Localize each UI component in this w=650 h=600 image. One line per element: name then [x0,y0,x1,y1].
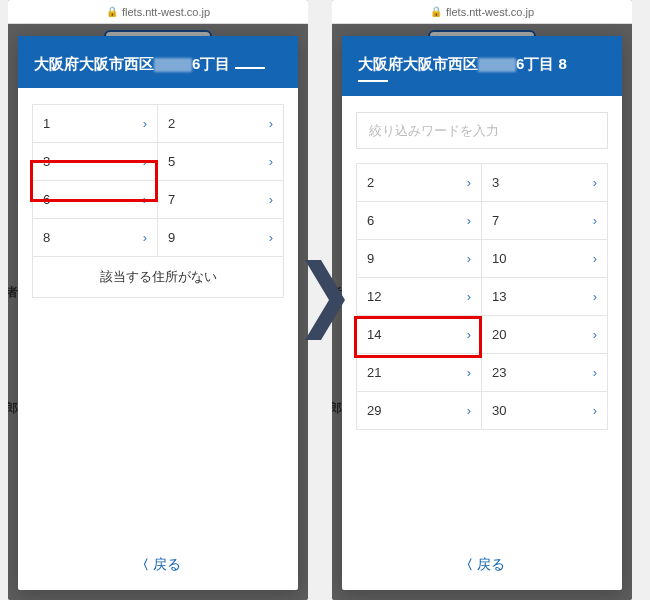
address-panel: 大阪府大阪市西区6丁目 8 2›3›6›7›9›10›12›13›14›20›2… [342,36,622,590]
address-item[interactable]: 29› [357,392,482,430]
panel-header: 大阪府大阪市西区6丁目 8 [342,36,622,96]
panel-body: 2›3›6›7›9›10›12›13›14›20›21›23›29›30› [342,96,622,541]
item-label: 2 [168,116,175,131]
address-item[interactable]: 9› [158,219,283,257]
address-item[interactable]: 5› [158,143,283,181]
address-item[interactable]: 3› [482,164,607,202]
item-label: 5 [168,154,175,169]
chevron-right-icon: › [269,154,273,169]
item-label: 21 [367,365,381,380]
chevron-right-icon: › [467,403,471,418]
address-item[interactable]: 23› [482,354,607,392]
item-label: 30 [492,403,506,418]
phone-left: 🔒 flets.ntt-west.co.jp 者 郎 「フレッツギガクロス」に変… [8,0,308,600]
address-grid: 1›2›3›5›6›7›8›9›該当する住所がない [32,104,284,298]
item-label: 9 [168,230,175,245]
address-item[interactable]: 3› [33,143,158,181]
address-item[interactable]: 30› [482,392,607,430]
chevron-right-icon: › [593,213,597,228]
address-item[interactable]: 6› [357,202,482,240]
address-item[interactable]: 13› [482,278,607,316]
chevron-right-icon: › [467,175,471,190]
chevron-right-icon: › [143,192,147,207]
item-label: 3 [492,175,499,190]
chevron-right-icon: › [593,251,597,266]
svg-marker-0 [305,260,345,340]
chevron-right-icon: › [269,192,273,207]
lock-icon: 🔒 [106,6,118,17]
chevron-right-icon: › [467,327,471,342]
chevron-right-icon: › [467,365,471,380]
item-label: 6 [43,192,50,207]
address-panel: 大阪府大阪市西区6丁目 1›2›3›5›6›7›8›9›該当する住所がない 〈 … [18,36,298,590]
address-item[interactable]: 8› [33,219,158,257]
item-label: 12 [367,289,381,304]
url-bar: 🔒 flets.ntt-west.co.jp [332,0,632,24]
chevron-right-icon: › [593,365,597,380]
item-label: 該当する住所がない [100,268,217,286]
panel-header: 大阪府大阪市西区6丁目 [18,36,298,88]
address-item[interactable]: 9› [357,240,482,278]
back-button[interactable]: 〈 戻る [342,540,622,590]
address-item[interactable]: 2› [158,105,283,143]
address-item[interactable]: 2› [357,164,482,202]
url-text: flets.ntt-west.co.jp [122,6,210,18]
phone-right: 🔒 flets.ntt-west.co.jp 者 郎 「フレッツギガクロス」に変… [332,0,632,600]
chevron-right-icon: › [593,403,597,418]
chevron-right-icon: › [143,230,147,245]
chevron-left-icon: 〈 [460,556,473,574]
item-label: 6 [367,213,374,228]
chevron-right-icon: › [593,327,597,342]
chevron-right-icon: › [269,116,273,131]
transition-arrow-icon [305,260,345,340]
chevron-right-icon: › [143,116,147,131]
item-label: 3 [43,154,50,169]
search-input[interactable] [356,112,608,149]
item-label: 7 [492,213,499,228]
item-label: 20 [492,327,506,342]
panel-body: 1›2›3›5›6›7›8›9›該当する住所がない [18,88,298,541]
address-grid: 2›3›6›7›9›10›12›13›14›20›21›23›29›30› [356,163,608,430]
address-item[interactable]: 7› [158,181,283,219]
url-bar: 🔒 flets.ntt-west.co.jp [8,0,308,24]
chevron-right-icon: › [467,251,471,266]
chevron-right-icon: › [269,230,273,245]
address-item[interactable]: 7› [482,202,607,240]
chevron-right-icon: › [593,175,597,190]
item-label: 23 [492,365,506,380]
chevron-right-icon: › [467,289,471,304]
address-item[interactable]: 1› [33,105,158,143]
address-item[interactable]: 6› [33,181,158,219]
address-item[interactable]: 12› [357,278,482,316]
item-label: 9 [367,251,374,266]
chevron-right-icon: › [467,213,471,228]
address-item[interactable]: 10› [482,240,607,278]
chevron-right-icon: › [593,289,597,304]
item-label: 14 [367,327,381,342]
address-item[interactable]: 20› [482,316,607,354]
item-label: 13 [492,289,506,304]
chevron-right-icon: › [143,154,147,169]
item-label: 1 [43,116,50,131]
back-button[interactable]: 〈 戻る [18,540,298,590]
item-label: 29 [367,403,381,418]
lock-icon: 🔒 [430,6,442,17]
item-label: 7 [168,192,175,207]
address-item[interactable]: 21› [357,354,482,392]
item-label: 8 [43,230,50,245]
url-text: flets.ntt-west.co.jp [446,6,534,18]
address-item[interactable]: 14› [357,316,482,354]
item-label: 10 [492,251,506,266]
no-match-item[interactable]: 該当する住所がない [33,257,283,298]
chevron-left-icon: 〈 [136,556,149,574]
item-label: 2 [367,175,374,190]
